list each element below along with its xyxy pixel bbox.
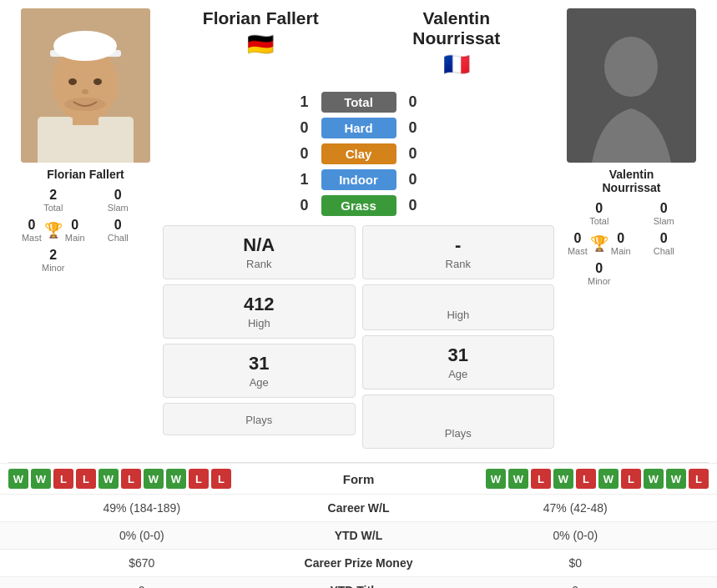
svg-point-5 (53, 31, 117, 61)
form-badge-left: L (53, 469, 73, 489)
form-badge-left: W (31, 469, 51, 489)
svg-point-9 (64, 98, 106, 111)
score-grass-row: 0 Grass 0 (163, 195, 554, 216)
right-trophy-icon: 🏆 (590, 234, 608, 253)
left-trophy-icon: 🏆 (44, 221, 63, 239)
left-high-label: High (172, 317, 346, 329)
right-player-stats: 0 Total 0 Slam 0 Mast 🏆 0 Main (567, 201, 696, 286)
career-wl-label: Career W/L (275, 501, 442, 515)
left-age-value: 31 (172, 353, 346, 374)
svg-point-7 (93, 78, 102, 85)
form-badge-right: L (689, 469, 709, 489)
svg-point-8 (82, 89, 88, 94)
score-total-row: 1 Total 0 (163, 92, 554, 113)
svg-point-11 (604, 37, 658, 97)
ytd-wl-row: 0% (0-0) YTD W/L 0% (0-0) (0, 521, 717, 549)
right-age-box: 31 Age (362, 335, 555, 389)
center-column: Florian Fallert 🇩🇪 ValentinNourrissat 🇫🇷… (163, 8, 554, 454)
left-stat-boxes: N/A Rank 412 High 31 Age Plays (163, 225, 356, 454)
left-player-photo (21, 8, 150, 163)
left-stat-minor: 2 Minor (21, 248, 86, 273)
left-plays-label: Plays (172, 414, 346, 426)
right-rank-box: - Rank (362, 225, 555, 279)
surface-grass-badge: Grass (321, 195, 396, 216)
main-container: Florian Fallert 2 Total 0 Slam 0 Mast 🏆 (0, 0, 717, 588)
score-hard-row: 0 Hard 0 (163, 118, 554, 138)
ytd-titles-row: 0 YTD Titles 0 (0, 576, 717, 588)
form-badge-right: W (553, 469, 573, 489)
right-rank-label: Rank (371, 258, 546, 270)
left-plays-box: Plays (163, 403, 356, 435)
right-rank-value: - (371, 234, 546, 256)
right-player-name: ValentinNourrissat (359, 8, 555, 48)
career-wl-right: 47% (42-48) (442, 501, 709, 515)
career-prize-left: $670 (8, 556, 275, 570)
form-badge-left: L (189, 469, 209, 489)
career-prize-label: Career Prize Money (275, 556, 442, 570)
surface-hard-badge: Hard (321, 118, 396, 138)
form-left: WWLLWLWWLL (8, 469, 309, 489)
right-stat-boxes: - Rank High 31 Age Plays (362, 225, 555, 454)
left-age-box: 31 Age (163, 344, 356, 398)
left-stat-mast: 0 Mast 🏆 0 Main (21, 218, 86, 243)
right-plays-label: Plays (371, 427, 546, 440)
right-plays-box: Plays (362, 395, 555, 449)
left-high-value: 412 (172, 294, 346, 315)
form-badge-left: W (166, 469, 186, 489)
right-plays-value (371, 404, 546, 425)
right-stat-mast: 0 Mast 🏆 0 Main (567, 231, 632, 256)
left-rank-value: N/A (172, 234, 346, 256)
form-badge-left: W (8, 469, 28, 489)
ytd-titles-left: 0 (8, 584, 275, 588)
career-wl-row: 49% (184-189) Career W/L 47% (42-48) (0, 494, 717, 521)
left-stat-total: 2 Total (21, 188, 86, 213)
score-clay-right: 0 (405, 145, 422, 163)
left-rank-label: Rank (172, 258, 346, 270)
right-stat-total: 0 Total (567, 201, 632, 226)
left-player-stats: 2 Total 0 Slam 0 Mast 🏆 0 Main (21, 188, 150, 273)
right-stat-chall: 0 Chall (632, 231, 697, 256)
left-rank-box: N/A Rank (163, 225, 356, 279)
right-name-area: ValentinNourrissat 🇫🇷 (359, 8, 555, 83)
form-badge-right: W (598, 469, 619, 489)
score-total-right: 0 (405, 93, 422, 111)
surface-indoor-badge: Indoor (321, 169, 396, 190)
score-grass-left: 0 (296, 197, 313, 214)
score-hard-left: 0 (296, 119, 313, 137)
stat-boxes-row: N/A Rank 412 High 31 Age Plays (163, 225, 554, 454)
right-high-box: High (362, 284, 555, 330)
ytd-wl-label: YTD W/L (275, 529, 442, 542)
right-stat-slam: 0 Slam (632, 201, 697, 226)
ytd-titles-right: 0 (442, 584, 709, 588)
names-flags-row: Florian Fallert 🇩🇪 ValentinNourrissat 🇫🇷 (163, 8, 554, 83)
left-flag: 🇩🇪 (163, 32, 359, 58)
form-badge-left: W (144, 469, 164, 489)
surface-clay-badge: Clay (321, 143, 396, 164)
ytd-wl-right: 0% (0-0) (442, 529, 709, 542)
score-hard-right: 0 (405, 119, 422, 137)
stats-table: 49% (184-189) Career W/L 47% (42-48) 0% … (0, 494, 717, 588)
form-badge-left: W (98, 469, 119, 489)
svg-point-6 (68, 78, 77, 85)
form-badge-left: L (76, 469, 96, 489)
career-prize-row: $670 Career Prize Money $0 (0, 549, 717, 576)
form-badge-left: L (121, 469, 141, 489)
form-right: WWLWLWLWWL (409, 469, 709, 489)
score-indoor-right: 0 (405, 171, 422, 188)
right-high-label: High (371, 309, 546, 321)
right-stat-minor: 0 Minor (567, 261, 632, 286)
right-player-name-label: ValentinNourrissat (602, 168, 660, 194)
form-badge-right: L (531, 469, 551, 489)
form-badge-right: W (666, 469, 686, 489)
left-age-label: Age (172, 376, 346, 389)
right-high-value (371, 294, 546, 307)
score-clay-row: 0 Clay 0 (163, 143, 554, 164)
right-age-label: Age (371, 368, 546, 380)
right-player-column: ValentinNourrissat 0 Total 0 Slam 0 Mast… (554, 8, 709, 454)
form-badge-right: W (508, 469, 528, 489)
left-name-area: Florian Fallert 🇩🇪 (163, 8, 359, 63)
left-stat-slam: 0 Slam (86, 188, 151, 213)
form-badge-right: L (576, 469, 596, 489)
score-indoor-row: 1 Indoor 0 (163, 169, 554, 190)
surface-total-badge: Total (321, 92, 396, 113)
